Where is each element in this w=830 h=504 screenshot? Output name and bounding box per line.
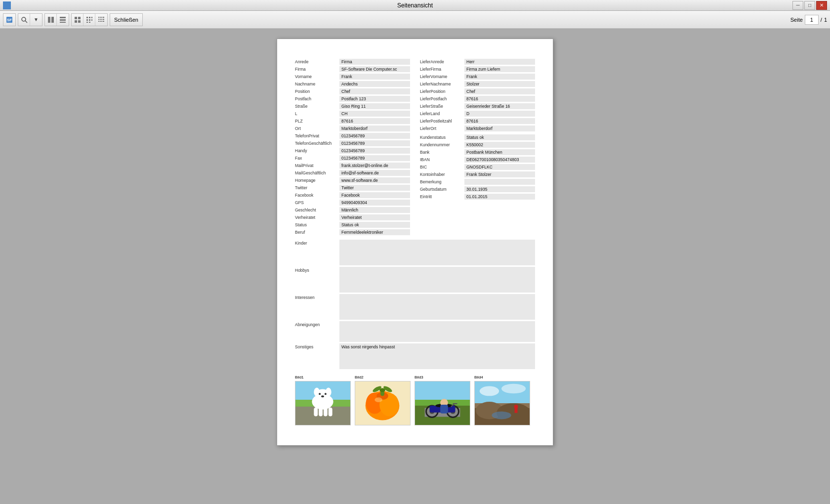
toolbar: SF ▼ [0, 11, 830, 29]
svg-rect-29 [98, 21, 99, 22]
svg-rect-32 [103, 21, 104, 22]
view-icon-1[interactable] [45, 14, 57, 26]
field-lieferfirma: LieferFirma Firma zum Liefern [420, 66, 535, 72]
svg-point-41 [319, 393, 321, 395]
app-icon [3, 1, 11, 9]
svg-rect-46 [324, 408, 328, 417]
left-column: Anrede Firma Firma SF-Software Die Compu… [295, 59, 410, 237]
field-twitter: Twitter Twitter [295, 185, 410, 191]
svg-rect-28 [103, 19, 104, 20]
toolbar-icon-group-1: SF [3, 13, 16, 26]
schliessen-button[interactable]: Schließen [110, 13, 143, 26]
field-lieferstrasse: LieferStraße Geisenrieder Straße 16 [420, 103, 535, 109]
field-anrede: Anrede Firma [295, 59, 410, 65]
field-handy: Handy 0123456789 [295, 148, 410, 154]
field-position: Position Chef [295, 88, 410, 94]
photo-bike-svg [415, 381, 470, 425]
maximize-button[interactable]: □ [804, 1, 815, 10]
page-number-input[interactable] [805, 15, 819, 25]
image-bild1: Bild1 [295, 375, 351, 425]
svg-point-2 [22, 17, 26, 21]
minimize-button[interactable]: ─ [792, 1, 803, 10]
svg-rect-44 [314, 408, 318, 417]
svg-rect-13 [86, 17, 88, 18]
toolbar-search-group: ▼ [18, 13, 42, 26]
textarea-abneigungen: Abneigungen [295, 321, 535, 342]
field-bemerkung: Bemerkung [420, 179, 535, 185]
grid-icon-1[interactable] [72, 14, 83, 26]
page-area: Anrede Firma Firma SF-Software Die Compu… [0, 29, 830, 504]
window-controls: ─ □ ✕ [792, 1, 827, 10]
svg-rect-9 [75, 17, 77, 19]
textarea-kinder: Kinder [295, 240, 535, 265]
search-icon[interactable] [18, 14, 30, 26]
grid-icon-2[interactable] [83, 14, 95, 26]
grid-icon-3[interactable] [95, 14, 107, 26]
field-lieferanrede: LieferAnrede Herr [420, 59, 535, 65]
photo-food-svg [355, 381, 410, 425]
svg-rect-82 [515, 408, 518, 413]
svg-point-79 [501, 384, 526, 394]
field-lieferposition: LieferPosition Chef [420, 88, 535, 94]
svg-rect-59 [415, 381, 470, 400]
page-separator: / [821, 17, 822, 23]
svg-rect-7 [60, 19, 66, 21]
app-toolbar-icon[interactable]: SF [3, 14, 15, 26]
svg-rect-30 [100, 21, 101, 22]
photo-landscape-svg [475, 381, 530, 425]
field-kundenstatus: Kundenstatus Status ok [420, 134, 535, 140]
field-firma: Firma SF-Software Die Computer.sc [295, 66, 410, 72]
svg-point-42 [325, 393, 327, 395]
field-homepage: Homepage www.sf-software.de [295, 177, 410, 183]
textarea-interessen: Interessen [295, 294, 535, 320]
svg-point-53 [374, 397, 382, 402]
svg-rect-14 [89, 17, 90, 18]
image-bild3: Bild3 [415, 375, 470, 425]
field-lieferpostfach: LieferPostfach 87616 [420, 96, 535, 102]
svg-rect-24 [103, 17, 104, 18]
svg-rect-16 [86, 19, 88, 21]
svg-rect-25 [98, 19, 99, 20]
field-kundennummer: Kundennummer K550002 [420, 142, 535, 148]
search-dropdown-icon[interactable]: ▼ [30, 14, 42, 26]
svg-rect-22 [100, 17, 101, 18]
field-strasse: Straße Giso Ring 11 [295, 103, 410, 109]
svg-rect-19 [86, 22, 88, 23]
field-liefervorname: LieferVorname Frank [420, 74, 535, 80]
svg-rect-12 [78, 20, 81, 23]
field-plz: PLZ 87616 [295, 118, 410, 124]
svg-rect-20 [89, 22, 90, 23]
view-icon-2[interactable] [57, 14, 69, 26]
svg-rect-47 [329, 408, 332, 417]
svg-line-3 [25, 21, 27, 23]
toolbar-view-group-1 [44, 13, 69, 26]
field-ort: Ort Marktoberdorf [295, 126, 410, 131]
field-geschlecht: Geschlecht Männlich [295, 207, 410, 213]
svg-text:SF: SF [7, 18, 12, 22]
field-telefonprivat: TelefonPrivat 0123456789 [295, 133, 410, 139]
image-bild4: Bild4 [474, 375, 530, 425]
field-vorname: Vorname Frank [295, 74, 410, 80]
svg-rect-10 [78, 17, 81, 19]
svg-rect-15 [91, 17, 92, 18]
field-mailgeschaeftlich: MailGeschäftlich info@sf-software.de [295, 170, 410, 176]
field-bank: Bank Postbank München [420, 149, 535, 155]
window-title: Seitenansicht [397, 2, 433, 9]
svg-point-39 [314, 388, 320, 397]
svg-rect-4 [48, 17, 50, 23]
textarea-sonstiges: Sonstiges Was sonst nirgends hinpasst [295, 343, 535, 369]
svg-rect-23 [101, 17, 102, 18]
close-button[interactable]: ✕ [816, 1, 827, 10]
page-total: 1 [824, 17, 827, 23]
field-telefongeschaeftlich: TelefonGeschäftlich 0123456789 [295, 140, 410, 146]
photo-dog-svg [295, 381, 350, 425]
textarea-hobbys: Hobbys [295, 267, 535, 293]
field-bic: BIC GNOSDFLKC [420, 164, 535, 170]
image-bild2: Bild2 [355, 375, 411, 425]
page-label: Seite [790, 17, 803, 23]
field-gps: GPS 94990409304 [295, 200, 410, 206]
field-eintritt: Eintritt 01.01.2015 [420, 194, 535, 200]
svg-rect-11 [75, 20, 77, 23]
field-beruf: Beruf Fernmeldeelektroniker [295, 229, 410, 235]
svg-rect-5 [51, 17, 54, 23]
